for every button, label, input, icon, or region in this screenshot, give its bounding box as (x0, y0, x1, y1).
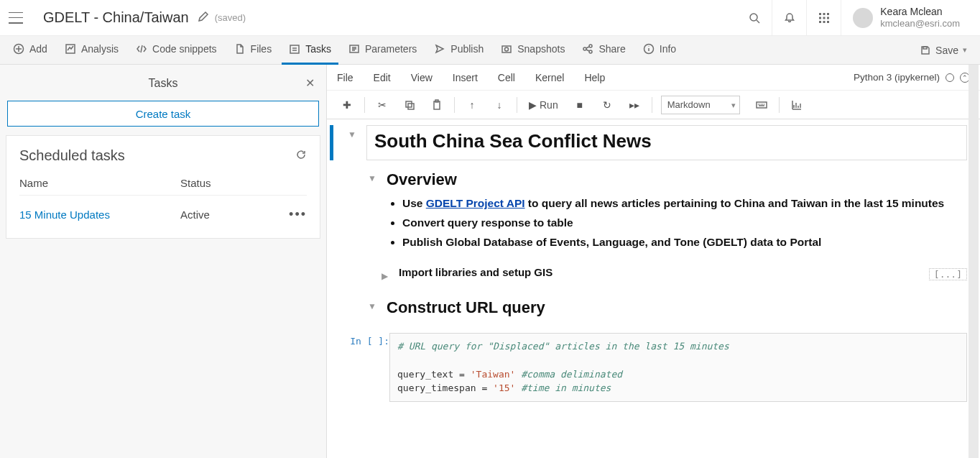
kernel-status-icon (946, 73, 954, 82)
apps-grid-icon[interactable] (806, 0, 841, 36)
user-menu[interactable]: Keara Mclean kmclean@esri.com (841, 0, 971, 36)
construct-heading: Construct URL query (387, 298, 950, 317)
toolbar-share[interactable]: Share (575, 36, 632, 65)
code-cell[interactable]: In [ ]: # URL query for "Displaced" arti… (330, 333, 967, 402)
chart-icon[interactable] (784, 94, 810, 116)
notebook-toolbar: ✚ ✂ ↑ ↓ ▶ Run ■ ↻ ▸▸ Markdown (327, 91, 980, 119)
menu-insert[interactable]: Insert (453, 72, 478, 83)
import-heading: Import libraries and setup GIS (399, 266, 912, 278)
col-name: Name (19, 177, 180, 189)
notebook-menu-bar: File Edit View Insert Cell Kernel Help P… (327, 65, 980, 91)
task-status: Active (180, 209, 267, 221)
toolbar-add[interactable]: Add (6, 36, 55, 65)
svg-rect-9 (827, 21, 829, 23)
tasks-panel-title: Tasks (149, 77, 178, 90)
expand-caret-icon[interactable]: ▶ (382, 271, 388, 281)
cell-prompt: In [ ]: (338, 333, 389, 402)
list-item: Publish Global Database of Events, Langu… (402, 235, 950, 250)
restart-icon[interactable]: ↻ (594, 94, 620, 116)
toolbar-tasks[interactable]: Tasks (282, 36, 338, 65)
menu-view[interactable]: View (411, 72, 433, 83)
collapse-caret-icon[interactable]: ▼ (368, 173, 376, 255)
run-button[interactable]: ▶ Run (522, 94, 565, 116)
svg-point-16 (583, 47, 586, 50)
search-icon[interactable] (737, 0, 772, 36)
svg-point-15 (505, 47, 509, 51)
svg-rect-12 (290, 45, 299, 53)
menu-edit[interactable]: Edit (374, 72, 391, 83)
svg-rect-5 (823, 17, 825, 19)
refresh-icon[interactable] (295, 149, 307, 162)
keyboard-icon[interactable] (749, 94, 775, 116)
user-name: Keara Mclean (880, 6, 960, 18)
create-task-button[interactable]: Create task (7, 101, 319, 127)
copy-icon[interactable] (397, 94, 422, 116)
kernel-name: Python 3 (ipykernel) (854, 72, 940, 83)
collapsed-ellipsis[interactable]: [...] (929, 268, 967, 280)
svg-rect-22 (408, 104, 414, 109)
menu-help[interactable]: Help (584, 72, 605, 83)
toolbar-analysis[interactable]: Analysis (57, 36, 126, 65)
svg-rect-20 (923, 47, 927, 49)
collapsed-section[interactable]: ▶ Import libraries and setup GIS [...] (330, 265, 967, 284)
svg-rect-3 (827, 13, 829, 15)
tasks-panel: Tasks ✕ Create task Scheduled tasks Name… (0, 65, 326, 458)
cell-heading: South China Sea Conflict News (374, 130, 959, 152)
saved-status: (saved) (215, 12, 246, 23)
toolbar-code-snippets[interactable]: Code snippets (129, 36, 224, 65)
toolbar-parameters[interactable]: Parameters (341, 36, 424, 65)
notebook-title: GDELT - China/Taiwan (43, 9, 189, 26)
svg-point-17 (589, 45, 592, 47)
menu-cell[interactable]: Cell (498, 72, 515, 83)
svg-rect-7 (819, 21, 821, 23)
hamburger-menu-icon[interactable] (9, 12, 23, 24)
toolbar-snapshots[interactable]: Snapshots (494, 36, 572, 65)
move-up-icon[interactable]: ↑ (459, 94, 485, 116)
markdown-cell[interactable]: ▼ Construct URL query (330, 297, 967, 324)
col-status: Status (180, 177, 267, 189)
bell-icon[interactable] (772, 0, 806, 36)
svg-rect-4 (819, 17, 821, 19)
code-editor[interactable]: # URL query for "Displaced" articles in … (389, 333, 967, 402)
gdelt-api-link[interactable]: GDELT Project API (426, 197, 525, 209)
svg-point-0 (750, 14, 757, 21)
tasks-table-header: Name Status (19, 177, 307, 196)
scrollbar[interactable] (969, 65, 979, 458)
task-name-link[interactable]: 15 Minute Updates (19, 209, 180, 221)
list-item: Convert query response to table (402, 216, 950, 231)
svg-rect-21 (406, 101, 412, 107)
collapse-caret-icon[interactable]: ▼ (348, 129, 356, 160)
svg-rect-25 (757, 102, 767, 108)
markdown-cell[interactable]: ▼ South China Sea Conflict News (330, 125, 967, 160)
toolbar-files[interactable]: Files (227, 36, 279, 65)
pencil-icon[interactable] (198, 11, 209, 24)
svg-point-18 (589, 50, 592, 53)
collapse-caret-icon[interactable]: ▼ (368, 301, 376, 324)
toolbar-publish[interactable]: Publish (427, 36, 491, 65)
cell-type-select[interactable]: Markdown (661, 96, 740, 114)
main-toolbar: Add Analysis Code snippets Files Tasks P… (0, 36, 980, 65)
close-icon[interactable]: ✕ (305, 76, 315, 90)
menu-kernel[interactable]: Kernel (535, 72, 564, 83)
svg-rect-8 (823, 21, 825, 23)
notebook-area: File Edit View Insert Cell Kernel Help P… (326, 65, 980, 458)
app-header: GDELT - China/Taiwan (saved) Keara Mclea… (0, 0, 980, 36)
add-cell-icon[interactable]: ✚ (334, 94, 360, 116)
paste-icon[interactable] (424, 94, 450, 116)
stop-icon[interactable]: ■ (567, 94, 593, 116)
notebook-content[interactable]: ▼ South China Sea Conflict News ▼ Overvi… (327, 119, 980, 458)
scheduled-tasks-title: Scheduled tasks (19, 147, 125, 164)
toolbar-info[interactable]: Info (636, 36, 683, 65)
scheduled-tasks-card: Scheduled tasks Name Status 15 Minute Up… (6, 135, 320, 239)
markdown-cell[interactable]: ▼ Overview Use GDELT Project API to quer… (330, 169, 967, 255)
menu-file[interactable]: File (337, 72, 353, 83)
list-item: Use GDELT Project API to query all news … (402, 196, 950, 211)
toolbar-save[interactable]: Save▾ (912, 45, 974, 56)
more-actions-icon[interactable]: ••• (267, 207, 307, 222)
avatar (853, 8, 873, 28)
run-all-icon[interactable]: ▸▸ (621, 94, 647, 116)
move-down-icon[interactable]: ↓ (486, 94, 512, 116)
cut-icon[interactable]: ✂ (369, 94, 395, 116)
svg-rect-2 (823, 13, 825, 15)
table-row: 15 Minute Updates Active ••• (19, 203, 307, 226)
